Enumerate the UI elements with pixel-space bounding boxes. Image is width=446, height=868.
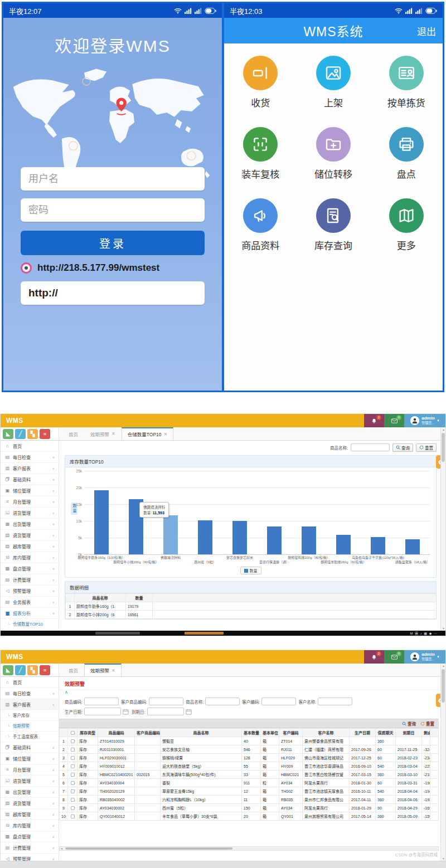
menu-item-装车复核[interactable]: 装车复核 <box>224 127 297 181</box>
table-row[interactable]: 2厨邦佳牛小排200g（616561 <box>66 611 437 619</box>
sidebar-item-inbound-mgmt[interactable]: ☑进货管理∨ <box>1 508 59 519</box>
row-checkbox[interactable] <box>71 781 75 785</box>
notifications-button[interactable]: 2 <box>364 414 384 427</box>
scrollbar-thumb[interactable] <box>442 433 445 462</box>
menu-item-储位转移[interactable]: 储位转移 <box>297 127 370 181</box>
sidebar-item-cross-dock-mgmt[interactable]: ▨越库管理∨ <box>1 541 59 552</box>
sidebar-item-cross-dock-mgmt[interactable]: ▨越库管理∨ <box>1 809 59 820</box>
product-name-input[interactable] <box>205 698 240 705</box>
production-date-input[interactable] <box>84 708 121 715</box>
sidebar-item-warehouse-mgmt[interactable]: ⊟库内管理∨ <box>1 820 59 831</box>
table-row[interactable]: 7库存TH002020129草原蒙王龙骨15kg12箱TH002晋江市池店镇天厚… <box>60 787 439 796</box>
edit-tool-button[interactable]: ╱ <box>15 665 26 675</box>
table-row[interactable]: 3库存HLF029030001猕猴桃/绿果128箱HLF029佛山市南海区桂城胡… <box>60 754 439 762</box>
menu-item-商品资料[interactable]: 商品资料 <box>224 198 297 252</box>
customer-name-input[interactable] <box>318 698 352 705</box>
menu-item-盘点[interactable]: 盘点 <box>370 127 443 181</box>
row-checkbox[interactable] <box>71 773 75 777</box>
sidebar-item-alert-mgmt[interactable]: ◁预警管理∨ <box>1 586 59 597</box>
sidebar-item-warehouse-mgmt[interactable]: ⊟库内管理∨ <box>1 552 59 563</box>
bar-4[interactable] <box>198 520 212 554</box>
scrollbar-thumb[interactable] <box>442 669 445 703</box>
bar-9[interactable] <box>371 537 385 554</box>
table-row[interactable]: 1库存ZT014010029蟹魁豆40箱ZT014泉州蟹香食品贸易有限360 <box>60 737 439 745</box>
horizontal-scrollbar[interactable]: ◄ <box>59 846 439 851</box>
reset-button[interactable]: 重置 <box>416 443 437 452</box>
sidebar-item-daily-check[interactable]: ▤每日检查∨ <box>1 688 59 699</box>
bar-6[interactable] <box>267 526 282 554</box>
vertical-scrollbar[interactable]: ▲ ▼ <box>440 664 445 861</box>
legend-entry[interactable]: 数量 <box>240 567 261 574</box>
sidebar-item-location-mgmt[interactable]: ▣储位管理∨ <box>1 485 59 496</box>
row-checkbox[interactable] <box>71 806 75 810</box>
row-checkbox[interactable] <box>71 789 75 793</box>
scroll-up-arrow[interactable]: ▲ <box>441 428 446 431</box>
menu-item-更多[interactable]: 更多 <box>370 198 443 252</box>
tab-expiry-warning[interactable]: 效期预警✕ <box>84 664 122 676</box>
product-name-input[interactable] <box>351 443 390 451</box>
reset-button[interactable]: 重置 <box>420 720 434 726</box>
table-row[interactable]: 4库存HY009010012迎大豹铁查链堡（5kg）55箱HY009晋江市池店华… <box>60 762 439 771</box>
sidebar-item-stocktake-mgmt[interactable]: ▩盘点管理∨ <box>1 563 59 574</box>
taskbar-item[interactable] <box>95 632 140 635</box>
collapse-filters-icon[interactable]: ∧ <box>59 690 439 694</box>
menu-item-收货[interactable]: 收货 <box>224 56 297 109</box>
sidebar-subitem-storage-top10[interactable]: 仓储数量TOP10 <box>1 619 59 630</box>
table-row[interactable]: 1厨邦佳牛肋条160g（119179 <box>66 602 437 611</box>
customer-code-input[interactable] <box>261 698 296 705</box>
scroll-left-arrow[interactable]: ◄ <box>60 847 63 850</box>
sidebar-subitem-expiry-warning[interactable]: 效期预警 <box>1 721 59 732</box>
tab-close-icon[interactable]: ✕ <box>164 432 168 437</box>
login-button[interactable]: 登录 <box>21 231 205 255</box>
row-checkbox[interactable] <box>71 748 75 752</box>
calendar-icon[interactable] <box>186 708 192 715</box>
tab-expiry-warning[interactable]: 效期预警✕ <box>84 427 122 440</box>
table-row[interactable]: 2库存RJ011030001安芯食族文旦柚546箱RJ011仁建（福建）商贸有限… <box>60 745 439 754</box>
sidebar-item-report-analysis[interactable]: ▆报表分析∨ <box>1 608 59 619</box>
tab-home[interactable]: 首页 <box>62 664 84 676</box>
bar-1[interactable] <box>94 490 109 554</box>
messages-button[interactable]: 0 <box>384 414 404 427</box>
username-input[interactable] <box>21 167 205 191</box>
sidebar-item-billing-mgmt[interactable]: ▤计费管理∨ <box>1 842 59 854</box>
bar-5[interactable] <box>232 521 247 554</box>
user-menu[interactable]: admin 管理员… ▾ <box>404 414 445 427</box>
select-all-checkbox[interactable] <box>71 731 75 735</box>
tab-storage-top10[interactable]: 仓储数量TOP10✕ <box>122 427 173 440</box>
bar-3[interactable] <box>163 515 178 554</box>
sidebar-item-dock-mgmt[interactable]: ≡月台管理∨ <box>1 764 59 776</box>
menu-item-库存查询[interactable]: 库存查询 <box>297 198 370 252</box>
table-row[interactable]: 8库存RB035040002六和冻鸭胸鸭脖L（10kg）11箱RB035泉州市仁… <box>60 796 439 804</box>
scrollbar-thumb[interactable] <box>65 847 232 850</box>
sidebar-item-customer-reports[interactable]: ▥客户报表∨ <box>1 463 59 474</box>
scroll-down-arrow[interactable]: ▼ <box>441 857 446 860</box>
bar-8[interactable] <box>336 535 351 554</box>
scroll-down-arrow[interactable]: ▼ <box>441 627 446 630</box>
sidebar-item-home[interactable]: ⌂首页 <box>1 677 59 688</box>
sidebar-item-basic-data[interactable]: 🗍基础资料∨ <box>1 742 59 753</box>
tab-close-icon[interactable]: ✕ <box>112 668 115 673</box>
notifications-button[interactable]: 2 <box>364 650 384 664</box>
sidebar-item-billing-mgmt[interactable]: ▤计费管理∨ <box>1 574 59 586</box>
edit-tool-button[interactable]: ╱ <box>15 429 26 439</box>
logout-button[interactable]: 退出 <box>417 24 436 38</box>
product-code-input[interactable] <box>84 698 119 705</box>
tab-close-icon[interactable]: ✕ <box>112 431 115 436</box>
table-row[interactable]: 10库存QY001040012丰年食品（草莓小萝）30支*6袋20箱QY001泉… <box>60 812 439 821</box>
sidebar-item-business-reports[interactable]: ▤业务报表∨ <box>1 597 59 608</box>
taskbar-tray[interactable]: M 英 ♪ ▦ ◆ ⋯ <box>410 631 445 636</box>
menu-item-按单拣货[interactable]: 按单拣货 <box>370 56 443 109</box>
table-row[interactable]: 6库存AY034030004香梨911粒AY034阿发水果商行2018-01-3… <box>60 779 439 787</box>
bar-10[interactable] <box>405 539 420 554</box>
calendar-icon[interactable] <box>123 708 129 715</box>
menu-item-上架[interactable]: 上架 <box>297 56 370 109</box>
row-checkbox[interactable] <box>71 815 75 818</box>
apps-tool-button[interactable]: ▚ <box>27 429 38 439</box>
scroll-up-arrow[interactable]: ▲ <box>441 664 446 667</box>
sidebar-subitem-customer-stock[interactable]: 客户库存 <box>1 710 59 721</box>
sidebar-item-stocktake-mgmt[interactable]: ▩盘点管理∨ <box>1 831 59 842</box>
messages-button[interactable]: 0 <box>384 650 404 664</box>
sidebar-item-location-mgmt[interactable]: ▣储位管理∨ <box>1 753 59 764</box>
share-tool-button[interactable]: ∝ <box>40 665 50 675</box>
row-checkbox[interactable] <box>71 739 75 743</box>
